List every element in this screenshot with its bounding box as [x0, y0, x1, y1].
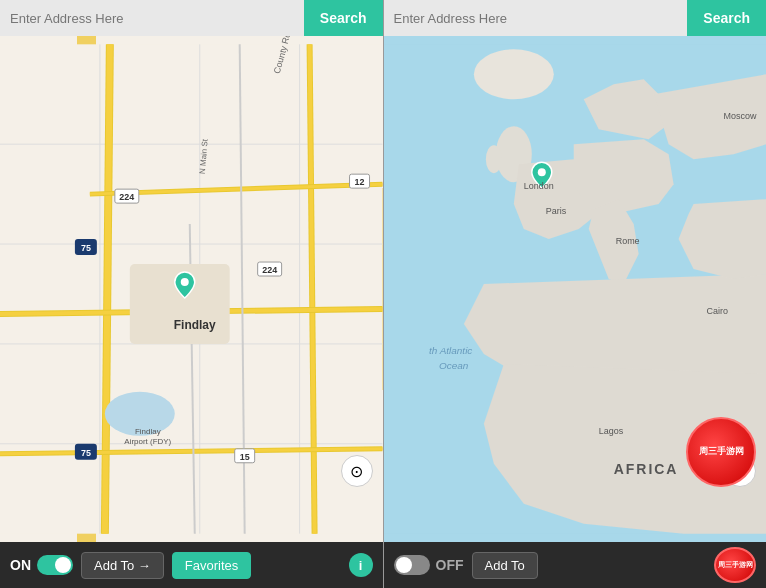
- watermark-text: 周三手游网: [699, 446, 744, 458]
- app-container: Search: [0, 0, 766, 588]
- svg-text:London: London: [523, 181, 553, 191]
- left-panel: Search: [0, 0, 384, 588]
- left-search-bar: Search: [0, 0, 383, 36]
- left-info-button[interactable]: i: [349, 553, 373, 577]
- right-add-to-button[interactable]: Add To: [472, 552, 538, 579]
- svg-text:224: 224: [119, 192, 134, 202]
- left-favorites-button[interactable]: Favorites: [172, 552, 251, 579]
- svg-text:15: 15: [240, 452, 250, 462]
- right-search-button[interactable]: Search: [687, 0, 766, 36]
- svg-text:Rome: Rome: [615, 236, 639, 246]
- left-search-button[interactable]: Search: [304, 0, 383, 36]
- svg-text:th Atlantic: th Atlantic: [428, 345, 471, 356]
- svg-point-43: [485, 145, 501, 173]
- svg-text:75: 75: [81, 243, 91, 253]
- left-add-to-button[interactable]: Add To →: [81, 552, 164, 579]
- left-toggle-switch[interactable]: [37, 555, 73, 575]
- svg-text:Paris: Paris: [545, 206, 566, 216]
- svg-text:75: 75: [81, 448, 91, 458]
- left-address-input[interactable]: [0, 0, 304, 36]
- right-map-area: London Paris Rome Moscow Cairo Lagos Nai…: [384, 36, 767, 542]
- toolbar-watermark-text: 周三手游网: [718, 561, 753, 569]
- right-toggle-label: OFF: [436, 557, 464, 573]
- svg-text:AFRICA: AFRICA: [613, 461, 678, 477]
- left-compass-button[interactable]: ⊙: [341, 455, 373, 487]
- svg-text:Findlay: Findlay: [174, 318, 216, 332]
- right-search-bar: Search: [384, 0, 767, 36]
- right-toggle-switch[interactable]: [394, 555, 430, 575]
- left-toggle-on[interactable]: ON: [10, 555, 73, 575]
- svg-text:Lagos: Lagos: [598, 426, 623, 436]
- left-toggle-label: ON: [10, 557, 31, 573]
- svg-text:Cairo: Cairo: [706, 306, 727, 316]
- left-map-svg: 75 224 224 12 15 75 Findlay F: [0, 36, 383, 542]
- svg-text:Findlay: Findlay: [135, 427, 161, 436]
- svg-point-44: [537, 168, 545, 176]
- svg-text:Moscow: Moscow: [723, 111, 756, 121]
- right-panel: Search: [384, 0, 767, 588]
- svg-point-39: [181, 278, 189, 286]
- svg-text:224: 224: [262, 265, 277, 275]
- svg-text:Airport (FDY): Airport (FDY): [124, 437, 171, 446]
- toolbar-watermark: 周三手游网: [714, 547, 756, 583]
- right-toolbar: OFF Add To 周三手游网: [384, 542, 767, 588]
- right-address-input[interactable]: [384, 0, 688, 36]
- left-map-area: 75 224 224 12 15 75 Findlay F: [0, 36, 383, 542]
- svg-text:Ocean: Ocean: [438, 360, 468, 371]
- watermark-logo: 周三手游网: [686, 417, 756, 487]
- svg-point-41: [473, 49, 553, 99]
- svg-text:12: 12: [355, 177, 365, 187]
- left-toolbar: ON Add To → Favorites i: [0, 542, 383, 588]
- watermark: 周三手游网: [681, 412, 761, 492]
- right-toggle-off[interactable]: OFF: [394, 555, 464, 575]
